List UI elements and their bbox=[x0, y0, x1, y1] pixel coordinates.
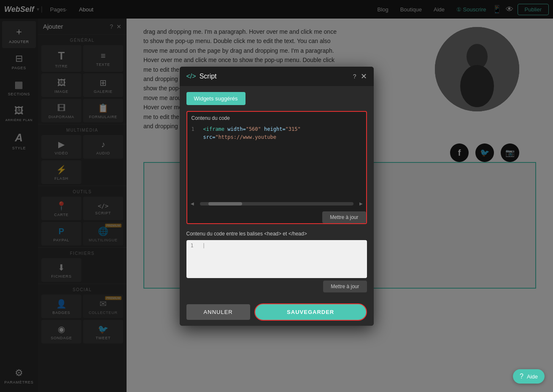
modal-close-btn[interactable]: ✕ bbox=[361, 72, 367, 81]
code-scrollbar-track[interactable] bbox=[200, 202, 353, 205]
update-btn-2[interactable]: Mettre à jour bbox=[323, 281, 367, 292]
scroll-right-arrow: ▶ bbox=[359, 201, 363, 206]
code-line-1: 1 <iframe width="560" height="315" src="… bbox=[192, 125, 362, 141]
height-val: "315" bbox=[286, 126, 301, 132]
code-scrollbar-thumb bbox=[208, 202, 242, 205]
save-button[interactable]: SAUVEGARDER bbox=[254, 303, 367, 321]
help-bubble[interactable]: ? Aide bbox=[513, 369, 545, 384]
code-label: Contenu du code bbox=[187, 112, 366, 123]
width-attr: width= bbox=[227, 126, 245, 132]
update-btn-container-1: Mettre à jour bbox=[187, 211, 366, 223]
modal-body: Widgets suggérés Contenu du code 1 <ifra… bbox=[180, 86, 374, 298]
modal-overlay: </> Script ? ✕ Widgets suggérés Contenu … bbox=[0, 0, 553, 392]
head-line-1: 1 | bbox=[191, 243, 363, 249]
scroll-left-arrow: ◀ bbox=[191, 201, 194, 206]
script-modal: </> Script ? ✕ Widgets suggérés Contenu … bbox=[180, 67, 374, 326]
line-num-1: 1 bbox=[192, 125, 200, 141]
code-content-1: <iframe width="560" height="315" src="ht… bbox=[203, 125, 362, 141]
modal-title: Script bbox=[200, 73, 217, 80]
modal-header-actions: ? ✕ bbox=[353, 72, 367, 81]
code-scrollbar-area: ◀ ▶ bbox=[187, 199, 366, 209]
help-bubble-label: Aide bbox=[527, 373, 538, 380]
modal-code-icon: </> bbox=[186, 73, 196, 80]
head-label: Contenu du code entre les balises <head>… bbox=[186, 229, 367, 240]
modal-header: </> Script ? ✕ bbox=[180, 67, 374, 86]
head-line-content-1: | bbox=[202, 243, 205, 249]
code-editor-empty-space bbox=[187, 165, 366, 199]
modal-title-area: </> Script bbox=[186, 73, 217, 80]
iframe-tag: <iframe bbox=[203, 126, 225, 132]
help-bubble-icon: ? bbox=[520, 373, 523, 380]
widgets-suggeres-btn[interactable]: Widgets suggérés bbox=[186, 92, 245, 105]
src-val: "https://www.youtube bbox=[215, 134, 276, 140]
code-editor[interactable]: 1 <iframe width="560" height="315" src="… bbox=[187, 123, 366, 165]
code-section: Contenu du code 1 <iframe width="560" he… bbox=[186, 111, 367, 224]
modal-footer: ANNULER SAUVEGARDER bbox=[180, 298, 374, 326]
update-btn-1[interactable]: Mettre à jour bbox=[322, 211, 366, 223]
height-attr: height= bbox=[264, 126, 286, 132]
head-section: Contenu du code entre les balises <head>… bbox=[186, 229, 367, 292]
modal-help-btn[interactable]: ? bbox=[353, 73, 356, 80]
update-btn-container-2: Mettre à jour bbox=[186, 281, 367, 292]
head-line-num-1: 1 bbox=[191, 243, 199, 249]
cancel-button[interactable]: ANNULER bbox=[186, 304, 250, 320]
src-attr: src= bbox=[203, 134, 216, 140]
head-code-editor[interactable]: 1 | bbox=[186, 240, 367, 278]
width-val: "560" bbox=[246, 126, 261, 132]
